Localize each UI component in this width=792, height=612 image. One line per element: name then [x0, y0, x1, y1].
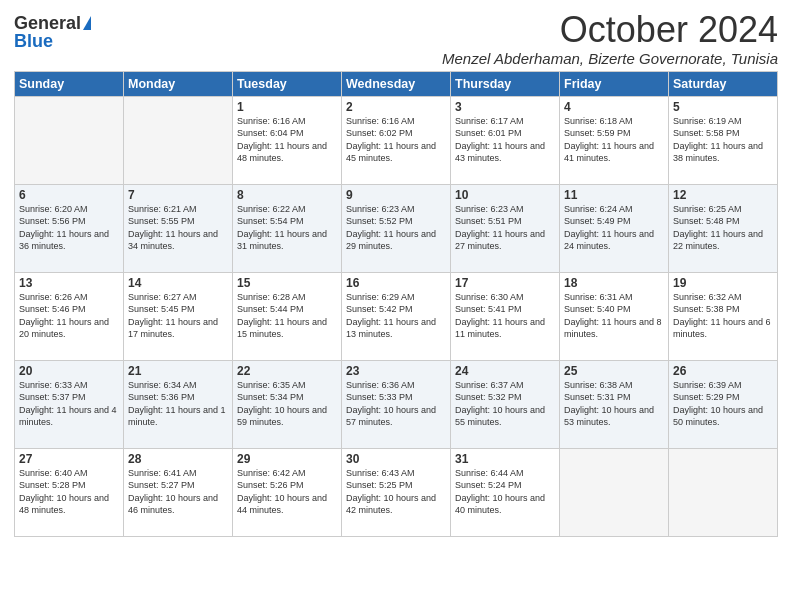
table-row: [669, 448, 778, 536]
calendar-week-row: 13Sunrise: 6:26 AM Sunset: 5:46 PM Dayli…: [15, 272, 778, 360]
day-number: 9: [346, 188, 446, 202]
day-info: Sunrise: 6:43 AM Sunset: 5:25 PM Dayligh…: [346, 467, 446, 517]
header-sunday: Sunday: [15, 71, 124, 96]
day-info: Sunrise: 6:44 AM Sunset: 5:24 PM Dayligh…: [455, 467, 555, 517]
day-number: 21: [128, 364, 228, 378]
day-info: Sunrise: 6:41 AM Sunset: 5:27 PM Dayligh…: [128, 467, 228, 517]
day-number: 13: [19, 276, 119, 290]
table-row: 27Sunrise: 6:40 AM Sunset: 5:28 PM Dayli…: [15, 448, 124, 536]
table-row: 16Sunrise: 6:29 AM Sunset: 5:42 PM Dayli…: [342, 272, 451, 360]
table-row: 17Sunrise: 6:30 AM Sunset: 5:41 PM Dayli…: [451, 272, 560, 360]
day-number: 10: [455, 188, 555, 202]
day-number: 26: [673, 364, 773, 378]
table-row: 23Sunrise: 6:36 AM Sunset: 5:33 PM Dayli…: [342, 360, 451, 448]
day-info: Sunrise: 6:33 AM Sunset: 5:37 PM Dayligh…: [19, 379, 119, 429]
table-row: 28Sunrise: 6:41 AM Sunset: 5:27 PM Dayli…: [124, 448, 233, 536]
day-number: 18: [564, 276, 664, 290]
day-number: 31: [455, 452, 555, 466]
table-row: 18Sunrise: 6:31 AM Sunset: 5:40 PM Dayli…: [560, 272, 669, 360]
logo-triangle-icon: [83, 16, 91, 30]
table-row: 6Sunrise: 6:20 AM Sunset: 5:56 PM Daylig…: [15, 184, 124, 272]
title-block: October 2024 Menzel Abderhaman, Bizerte …: [442, 10, 778, 67]
day-info: Sunrise: 6:19 AM Sunset: 5:58 PM Dayligh…: [673, 115, 773, 165]
table-row: 8Sunrise: 6:22 AM Sunset: 5:54 PM Daylig…: [233, 184, 342, 272]
day-number: 14: [128, 276, 228, 290]
calendar-week-row: 27Sunrise: 6:40 AM Sunset: 5:28 PM Dayli…: [15, 448, 778, 536]
day-number: 25: [564, 364, 664, 378]
table-row: 1Sunrise: 6:16 AM Sunset: 6:04 PM Daylig…: [233, 96, 342, 184]
day-info: Sunrise: 6:35 AM Sunset: 5:34 PM Dayligh…: [237, 379, 337, 429]
day-info: Sunrise: 6:23 AM Sunset: 5:51 PM Dayligh…: [455, 203, 555, 253]
day-number: 24: [455, 364, 555, 378]
day-info: Sunrise: 6:16 AM Sunset: 6:04 PM Dayligh…: [237, 115, 337, 165]
day-info: Sunrise: 6:29 AM Sunset: 5:42 PM Dayligh…: [346, 291, 446, 341]
table-row: 14Sunrise: 6:27 AM Sunset: 5:45 PM Dayli…: [124, 272, 233, 360]
day-number: 12: [673, 188, 773, 202]
day-info: Sunrise: 6:22 AM Sunset: 5:54 PM Dayligh…: [237, 203, 337, 253]
table-row: 3Sunrise: 6:17 AM Sunset: 6:01 PM Daylig…: [451, 96, 560, 184]
day-number: 7: [128, 188, 228, 202]
page: General Blue October 2024 Menzel Abderha…: [0, 0, 792, 612]
day-info: Sunrise: 6:31 AM Sunset: 5:40 PM Dayligh…: [564, 291, 664, 341]
day-number: 22: [237, 364, 337, 378]
day-info: Sunrise: 6:18 AM Sunset: 5:59 PM Dayligh…: [564, 115, 664, 165]
day-number: 28: [128, 452, 228, 466]
main-title: October 2024: [442, 10, 778, 50]
day-number: 5: [673, 100, 773, 114]
day-number: 27: [19, 452, 119, 466]
table-row: 20Sunrise: 6:33 AM Sunset: 5:37 PM Dayli…: [15, 360, 124, 448]
table-row: [15, 96, 124, 184]
day-number: 8: [237, 188, 337, 202]
table-row: 5Sunrise: 6:19 AM Sunset: 5:58 PM Daylig…: [669, 96, 778, 184]
table-row: [124, 96, 233, 184]
table-row: 22Sunrise: 6:35 AM Sunset: 5:34 PM Dayli…: [233, 360, 342, 448]
logo-blue-text: Blue: [14, 32, 53, 50]
day-number: 23: [346, 364, 446, 378]
day-info: Sunrise: 6:39 AM Sunset: 5:29 PM Dayligh…: [673, 379, 773, 429]
day-number: 6: [19, 188, 119, 202]
day-info: Sunrise: 6:32 AM Sunset: 5:38 PM Dayligh…: [673, 291, 773, 341]
day-info: Sunrise: 6:34 AM Sunset: 5:36 PM Dayligh…: [128, 379, 228, 429]
day-info: Sunrise: 6:16 AM Sunset: 6:02 PM Dayligh…: [346, 115, 446, 165]
day-info: Sunrise: 6:20 AM Sunset: 5:56 PM Dayligh…: [19, 203, 119, 253]
header: General Blue October 2024 Menzel Abderha…: [14, 10, 778, 67]
table-row: 31Sunrise: 6:44 AM Sunset: 5:24 PM Dayli…: [451, 448, 560, 536]
day-info: Sunrise: 6:25 AM Sunset: 5:48 PM Dayligh…: [673, 203, 773, 253]
header-saturday: Saturday: [669, 71, 778, 96]
header-monday: Monday: [124, 71, 233, 96]
day-info: Sunrise: 6:28 AM Sunset: 5:44 PM Dayligh…: [237, 291, 337, 341]
day-number: 1: [237, 100, 337, 114]
day-number: 29: [237, 452, 337, 466]
day-number: 15: [237, 276, 337, 290]
day-info: Sunrise: 6:21 AM Sunset: 5:55 PM Dayligh…: [128, 203, 228, 253]
table-row: 19Sunrise: 6:32 AM Sunset: 5:38 PM Dayli…: [669, 272, 778, 360]
header-friday: Friday: [560, 71, 669, 96]
calendar-header-row: Sunday Monday Tuesday Wednesday Thursday…: [15, 71, 778, 96]
logo-general-text: General: [14, 14, 81, 32]
table-row: 15Sunrise: 6:28 AM Sunset: 5:44 PM Dayli…: [233, 272, 342, 360]
calendar-week-row: 6Sunrise: 6:20 AM Sunset: 5:56 PM Daylig…: [15, 184, 778, 272]
day-number: 11: [564, 188, 664, 202]
day-number: 3: [455, 100, 555, 114]
table-row: 29Sunrise: 6:42 AM Sunset: 5:26 PM Dayli…: [233, 448, 342, 536]
logo: General Blue: [14, 14, 91, 50]
day-info: Sunrise: 6:27 AM Sunset: 5:45 PM Dayligh…: [128, 291, 228, 341]
day-info: Sunrise: 6:40 AM Sunset: 5:28 PM Dayligh…: [19, 467, 119, 517]
table-row: 7Sunrise: 6:21 AM Sunset: 5:55 PM Daylig…: [124, 184, 233, 272]
table-row: 24Sunrise: 6:37 AM Sunset: 5:32 PM Dayli…: [451, 360, 560, 448]
day-info: Sunrise: 6:24 AM Sunset: 5:49 PM Dayligh…: [564, 203, 664, 253]
table-row: 21Sunrise: 6:34 AM Sunset: 5:36 PM Dayli…: [124, 360, 233, 448]
day-info: Sunrise: 6:30 AM Sunset: 5:41 PM Dayligh…: [455, 291, 555, 341]
day-number: 20: [19, 364, 119, 378]
day-number: 19: [673, 276, 773, 290]
day-number: 16: [346, 276, 446, 290]
day-info: Sunrise: 6:26 AM Sunset: 5:46 PM Dayligh…: [19, 291, 119, 341]
day-info: Sunrise: 6:36 AM Sunset: 5:33 PM Dayligh…: [346, 379, 446, 429]
day-info: Sunrise: 6:23 AM Sunset: 5:52 PM Dayligh…: [346, 203, 446, 253]
header-tuesday: Tuesday: [233, 71, 342, 96]
table-row: 2Sunrise: 6:16 AM Sunset: 6:02 PM Daylig…: [342, 96, 451, 184]
subtitle: Menzel Abderhaman, Bizerte Governorate, …: [442, 50, 778, 67]
day-info: Sunrise: 6:17 AM Sunset: 6:01 PM Dayligh…: [455, 115, 555, 165]
day-number: 30: [346, 452, 446, 466]
table-row: 30Sunrise: 6:43 AM Sunset: 5:25 PM Dayli…: [342, 448, 451, 536]
